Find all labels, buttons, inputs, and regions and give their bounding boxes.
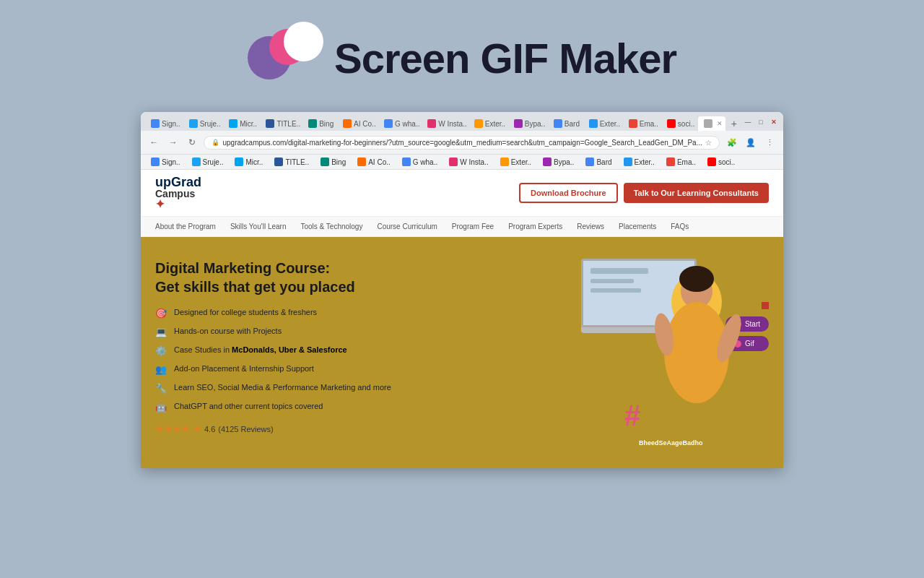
bookmark-star-icon[interactable]: ☆ <box>705 139 712 147</box>
bookmark-exte2[interactable]: Exter.. <box>619 156 659 168</box>
browser-tab-soci[interactable]: soci.. <box>661 116 697 131</box>
hero-feature-4: 👥 Add-on Placement & Internship Support <box>155 364 493 377</box>
bookmark-soci[interactable]: soci.. <box>703 156 739 168</box>
svg-point-6 <box>679 266 714 292</box>
website-content: upGrad Campus ✦ Download Brochure Talk t… <box>141 170 783 468</box>
browser-tab-signin[interactable]: Sign.. <box>145 116 182 131</box>
browser-tab-active[interactable]: ✕ <box>698 116 725 131</box>
tab-favicon-micro <box>229 119 237 128</box>
talk-to-consultants-button[interactable]: Talk to Our Learning Consultants <box>624 183 769 203</box>
browser-tab-title[interactable]: TITLE.. <box>260 116 301 131</box>
menu-button[interactable]: ⋮ <box>762 134 777 150</box>
app-title: Screen GIF Maker <box>334 34 676 82</box>
bk-label-exte1: Exter.. <box>511 158 531 166</box>
extensions-button[interactable]: 🧩 <box>724 134 740 150</box>
subnav-about[interactable]: About the Program <box>155 223 216 230</box>
bk-label-sign: Sign.. <box>162 158 180 166</box>
bk-favicon-exte1 <box>500 158 509 166</box>
tab-close-btn[interactable]: ✕ <box>717 120 723 127</box>
hero-hashtag: # <box>624 400 640 432</box>
bookmarks-bar: Sign.. Sruje.. Micr.. TITLE.. Bing AI Co… <box>141 155 783 170</box>
address-bar[interactable]: 🔒 upgradcampus.com/digital-marketing-for… <box>204 136 720 150</box>
bookmark-sruje[interactable]: Sruje.. <box>188 156 228 168</box>
browser-tab-aico[interactable]: AI Co.. <box>337 116 377 131</box>
tab-label-signin: Sign.. <box>162 120 180 128</box>
subnav-tools[interactable]: Tools & Technology <box>300 223 362 230</box>
bookmark-sign[interactable]: Sign.. <box>147 156 185 168</box>
tab-favicon-bing <box>308 119 317 128</box>
lock-icon: 🔒 <box>212 139 219 146</box>
bk-favicon-sruje <box>192 158 201 166</box>
bk-favicon-title <box>274 158 283 166</box>
app-logo-circles <box>248 22 320 94</box>
tab-favicon-insta <box>427 119 436 128</box>
bk-label-title: TITLE.. <box>285 158 309 166</box>
bookmark-bard[interactable]: Bard <box>581 156 616 168</box>
window-controls: — □ ✕ <box>743 117 779 130</box>
browser-tab-exte1[interactable]: Exter.. <box>468 116 507 131</box>
bk-favicon-soci <box>707 158 716 166</box>
tab-label-insta: W Insta.. <box>438 120 466 128</box>
minimize-button[interactable]: — <box>743 117 753 127</box>
bk-label-insta: W Insta.. <box>460 158 488 166</box>
rating-count: (4125 Reviews) <box>218 425 273 434</box>
bookmark-title[interactable]: TITLE.. <box>270 156 313 168</box>
subnav-fee[interactable]: Program Fee <box>452 223 494 230</box>
hero-title: Digital Marketing Course: Get skills tha… <box>155 259 493 296</box>
browser-tab-insta[interactable]: W Insta.. <box>422 116 467 131</box>
bookmark-bypa[interactable]: Bypa.. <box>539 156 578 168</box>
bk-favicon-sign <box>151 158 160 166</box>
subnav-skills[interactable]: Skills You'll Learn <box>230 223 287 230</box>
close-button[interactable]: ✕ <box>769 117 779 127</box>
subnav-reviews[interactable]: Reviews <box>577 223 604 230</box>
forward-button[interactable]: → <box>165 134 180 150</box>
feature-text-3: Case Studies in McDonalds, Uber & Salesf… <box>174 345 347 354</box>
feature-icon-4: 👥 <box>155 364 168 377</box>
refresh-button[interactable]: ↻ <box>185 134 199 150</box>
browser-tab-gwha[interactable]: G wha.. <box>378 116 420 131</box>
tab-label-bard: Bard <box>565 120 580 128</box>
tab-label-sruje: Sruje.. <box>200 120 221 128</box>
bookmark-exte1[interactable]: Exter.. <box>496 156 536 168</box>
bk-label-gwha: G wha.. <box>413 158 437 166</box>
browser-tab-bard[interactable]: Bard <box>548 116 582 131</box>
bookmark-insta[interactable]: W Insta.. <box>445 156 492 168</box>
browser-tab-bypa[interactable]: Bypa.. <box>508 116 546 131</box>
bk-favicon-exte2 <box>624 158 632 166</box>
maximize-button[interactable]: □ <box>756 117 766 127</box>
bookmark-aico[interactable]: AI Co.. <box>353 156 395 168</box>
browser-tab-email[interactable]: Ema.. <box>623 116 660 131</box>
hero-content: Digital Marketing Course: Get skills tha… <box>155 259 493 434</box>
bk-favicon-bard <box>585 158 594 166</box>
subnav-placements[interactable]: Placements <box>619 223 656 230</box>
subnav-faqs[interactable]: FAQs <box>671 223 689 230</box>
hero-feature-5: 🔧 Learn SEO, Social Media & Performance … <box>155 383 493 396</box>
download-brochure-button[interactable]: Download Brochure <box>519 183 618 203</box>
hero-hashtag-text: BheedSeAageBadho <box>639 439 703 447</box>
browser-tab-micro[interactable]: Micr.. <box>223 116 258 131</box>
bookmark-email[interactable]: Ema.. <box>662 156 700 168</box>
bookmark-bing[interactable]: Bing <box>316 156 350 168</box>
tab-label-email: Ema.. <box>640 120 658 128</box>
rating-stars: ★★★★ <box>155 423 190 434</box>
browser-window: Sign.. Sruje.. Micr.. TITLE.. Bing AI Co… <box>141 112 783 468</box>
bk-label-soci: soci.. <box>718 158 735 166</box>
browser-tab-exte2[interactable]: Exter.. <box>583 116 622 131</box>
bookmark-gwha[interactable]: G wha.. <box>398 156 442 168</box>
subnav-experts[interactable]: Program Experts <box>508 223 562 230</box>
tab-favicon-signin <box>151 119 160 128</box>
profile-button[interactable]: 👤 <box>743 134 759 150</box>
logo-campus-text: Campus ✦ <box>155 189 201 210</box>
browser-tab-sruje[interactable]: Sruje.. <box>183 116 222 131</box>
browser-tab-bing[interactable]: Bing <box>302 116 336 131</box>
feature-text-2: Hands-on course with Projects <box>174 327 282 335</box>
back-button[interactable]: ← <box>147 134 161 150</box>
tab-label-aico: AI Co.. <box>354 120 376 128</box>
new-tab-button[interactable]: + <box>727 116 741 131</box>
upgrad-navbar: upGrad Campus ✦ Download Brochure Talk t… <box>141 170 783 217</box>
subnav-curriculum[interactable]: Course Curriculum <box>377 223 437 230</box>
bk-label-sruje: Sruje.. <box>203 158 224 166</box>
browser-chrome: Sign.. Sruje.. Micr.. TITLE.. Bing AI Co… <box>141 112 783 170</box>
bk-favicon-gwha <box>402 158 411 166</box>
bookmark-micro[interactable]: Micr.. <box>230 156 267 168</box>
